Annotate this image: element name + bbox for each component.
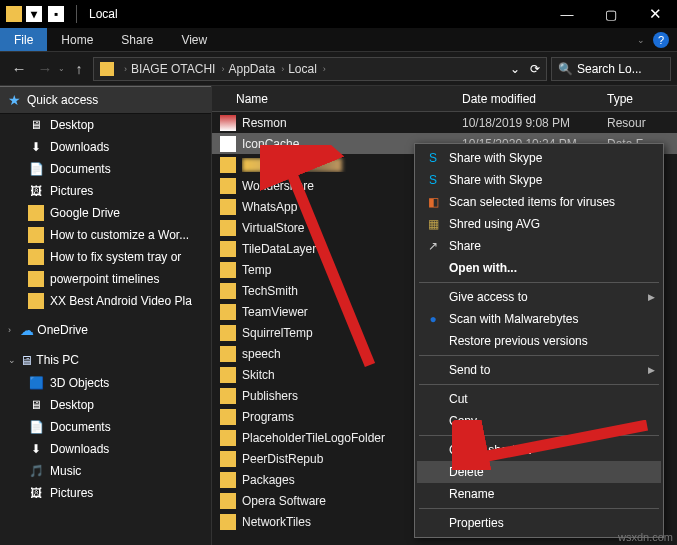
chevron-right-icon[interactable]: ›	[281, 64, 284, 74]
breadcrumb[interactable]: Local	[288, 62, 317, 76]
sidebar-item[interactable]: 🖥Desktop	[0, 114, 211, 136]
onedrive-group[interactable]: › ☁ OneDrive	[0, 318, 211, 342]
chevron-down-icon[interactable]: ⌄	[8, 355, 20, 365]
menu-item-label: Shred using AVG	[449, 217, 661, 231]
chevron-right-icon[interactable]: ›	[323, 64, 326, 74]
column-date[interactable]: Date modified	[462, 92, 607, 106]
help-icon[interactable]: ?	[653, 32, 669, 48]
sidebar-item[interactable]: 📄Documents	[0, 158, 211, 180]
context-menu-item[interactable]: Send to▶	[417, 359, 661, 381]
minimize-button[interactable]: —	[545, 0, 589, 28]
column-name[interactable]: Name	[212, 92, 462, 106]
sidebar-item-label: Google Drive	[50, 206, 120, 220]
sidebar-item-label: Downloads	[50, 442, 109, 456]
search-input[interactable]: 🔍 Search Lo...	[551, 57, 671, 81]
close-button[interactable]: ✕	[633, 0, 677, 28]
up-button[interactable]: ↑	[69, 61, 89, 77]
sidebar-item[interactable]: How to fix system tray or	[0, 246, 211, 268]
item-icon: 🎵	[28, 463, 44, 479]
this-pc-group[interactable]: ⌄ 🖥 This PC	[0, 348, 211, 372]
sidebar-item[interactable]: 🎵Music	[0, 460, 211, 482]
context-menu-item[interactable]: SShare with Skype	[417, 147, 661, 169]
quick-access-label: Quick access	[27, 93, 98, 107]
folder-icon	[220, 346, 236, 362]
sidebar-item-label: Desktop	[50, 398, 94, 412]
sidebar-item[interactable]: 🖼Pictures	[0, 180, 211, 202]
sidebar-item[interactable]: 🖥Desktop	[0, 394, 211, 416]
context-menu-item[interactable]: Restore previous versions	[417, 330, 661, 352]
ribbon-toggle-icon[interactable]: ⌄	[637, 35, 645, 45]
item-icon: 🖼	[28, 183, 44, 199]
address-buttons: ⌄ ⟳	[510, 62, 540, 76]
refresh-icon[interactable]: ⟳	[530, 62, 540, 76]
title-bar: ▾ ▪ Local — ▢ ✕	[0, 0, 677, 28]
sidebar-item-label: Pictures	[50, 486, 93, 500]
qat-icon[interactable]: ▾	[26, 6, 42, 22]
item-icon: ⬇	[28, 441, 44, 457]
folder-icon	[220, 157, 236, 173]
context-menu-item[interactable]: Cut	[417, 388, 661, 410]
menu-item-icon: ↗	[423, 238, 443, 254]
menu-separator	[419, 508, 659, 509]
menu-item-icon	[423, 391, 443, 407]
share-tab[interactable]: Share	[107, 28, 167, 51]
breadcrumb[interactable]: BIAGE OTACHI	[131, 62, 215, 76]
chevron-right-icon[interactable]: ›	[221, 64, 224, 74]
dropdown-icon[interactable]: ⌄	[510, 62, 520, 76]
file-row[interactable]: Resmon10/18/2019 9:08 PMResour	[212, 112, 677, 133]
context-menu-item[interactable]: Give access to▶	[417, 286, 661, 308]
context-menu-item[interactable]: ↗Share	[417, 235, 661, 257]
menu-item-icon	[423, 486, 443, 502]
quick-access-header[interactable]: ★ Quick access	[0, 86, 211, 114]
context-menu-item[interactable]: Delete	[417, 461, 661, 483]
forward-button[interactable]: →	[32, 60, 58, 77]
item-icon: 📄	[28, 161, 44, 177]
menu-item-label: Share with Skype	[449, 173, 661, 187]
history-dropdown-icon[interactable]: ⌄	[58, 64, 65, 73]
qat-icon[interactable]: ▪	[48, 6, 64, 22]
column-type[interactable]: Type	[607, 92, 677, 106]
menu-separator	[419, 355, 659, 356]
onedrive-label: OneDrive	[37, 323, 88, 337]
sidebar-item[interactable]: 🖼Pictures	[0, 482, 211, 504]
context-menu-item[interactable]: Rename	[417, 483, 661, 505]
sidebar-item[interactable]: How to customize a Wor...	[0, 224, 211, 246]
context-menu-item[interactable]: SShare with Skype	[417, 169, 661, 191]
sidebar-item-label: Pictures	[50, 184, 93, 198]
menu-item-label: Scan selected items for viruses	[449, 195, 661, 209]
sidebar-item[interactable]: powerpoint timelines	[0, 268, 211, 290]
menu-item-icon	[423, 260, 443, 276]
menu-item-label: Copy	[449, 414, 661, 428]
sidebar: ★ Quick access 🖥Desktop⬇Downloads📄Docume…	[0, 86, 212, 545]
view-tab[interactable]: View	[167, 28, 221, 51]
breadcrumb[interactable]: AppData	[228, 62, 275, 76]
sidebar-item[interactable]: XX Best Android Video Pla	[0, 290, 211, 312]
item-icon	[28, 271, 44, 287]
sidebar-item-label: Desktop	[50, 118, 94, 132]
menu-item-icon	[423, 289, 443, 305]
context-menu-item[interactable]: Create shortcut	[417, 439, 661, 461]
chevron-right-icon[interactable]: ›	[124, 64, 127, 74]
sidebar-item[interactable]: ⬇Downloads	[0, 438, 211, 460]
address-bar[interactable]: › BIAGE OTACHI › AppData › Local › ⌄ ⟳	[93, 57, 547, 81]
context-menu-item[interactable]: Open with...	[417, 257, 661, 279]
sidebar-item[interactable]: 🟦3D Objects	[0, 372, 211, 394]
context-menu-item[interactable]: ▦Shred using AVG	[417, 213, 661, 235]
context-menu-item[interactable]: ●Scan with Malwarebytes	[417, 308, 661, 330]
context-menu-item[interactable]: ◧Scan selected items for viruses	[417, 191, 661, 213]
folder-icon	[220, 283, 236, 299]
file-menu[interactable]: File	[0, 28, 47, 51]
context-menu-item[interactable]: Copy	[417, 410, 661, 432]
maximize-button[interactable]: ▢	[589, 0, 633, 28]
home-tab[interactable]: Home	[47, 28, 107, 51]
folder-icon	[220, 220, 236, 236]
chevron-right-icon[interactable]: ›	[8, 325, 20, 335]
sidebar-item[interactable]: ⬇Downloads	[0, 136, 211, 158]
sidebar-item[interactable]: 📄Documents	[0, 416, 211, 438]
menu-item-label: Rename	[449, 487, 661, 501]
folder-icon	[220, 514, 236, 530]
sidebar-item-label: Documents	[50, 162, 111, 176]
back-button[interactable]: ←	[6, 60, 32, 77]
item-icon: ⬇	[28, 139, 44, 155]
sidebar-item[interactable]: Google Drive	[0, 202, 211, 224]
